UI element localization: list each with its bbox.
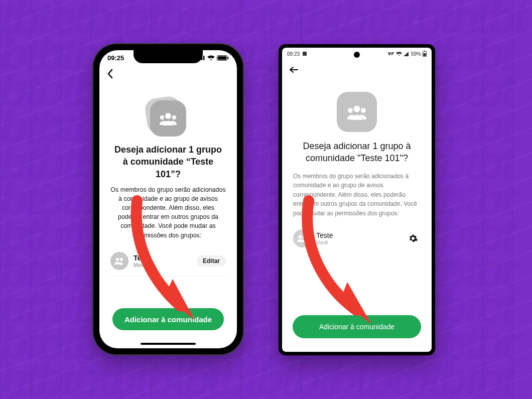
- svg-point-20: [303, 235, 306, 238]
- android-content: Deseja adicionar 1 grupo à comunidade "T…: [282, 80, 432, 249]
- group-icon: [114, 257, 125, 265]
- chevron-left-icon: [107, 69, 113, 79]
- svg-point-19: [299, 235, 302, 238]
- edit-button[interactable]: Editar: [197, 255, 226, 267]
- add-to-community-button[interactable]: Adicionar à comunidade: [293, 315, 421, 338]
- confirmation-title: Deseja adicionar 1 grupo à comunidade “T…: [111, 144, 225, 180]
- svg-point-10: [116, 257, 119, 260]
- iphone-frame: 09:25: [93, 44, 243, 354]
- gear-icon: [409, 234, 418, 243]
- svg-point-16: [354, 106, 360, 112]
- confirmation-description: Os membros do grupo serão adicionados à …: [293, 172, 421, 218]
- group-texts: Teste Membros:: [134, 254, 192, 268]
- wifi-icon: [396, 52, 402, 56]
- group-name: Teste: [316, 231, 401, 239]
- wifi-icon: [207, 55, 215, 61]
- cellular-signal-icon: [404, 52, 409, 56]
- add-to-community-button[interactable]: Adicionar à comunidade: [112, 308, 224, 330]
- svg-point-9: [172, 115, 176, 119]
- svg-point-18: [361, 108, 366, 113]
- svg-point-17: [348, 108, 353, 113]
- confirmation-title: Deseja adicionar 1 grupo à comunidade "T…: [295, 140, 419, 165]
- iphone-screen: 09:25: [99, 50, 237, 348]
- group-subtitle: Membros:: [134, 262, 192, 268]
- community-icon: [337, 92, 377, 132]
- battery-icon: [423, 51, 427, 57]
- battery-icon: [217, 55, 229, 61]
- group-row: Teste Você: [293, 227, 421, 249]
- svg-point-11: [120, 257, 123, 260]
- home-indicator: [141, 343, 196, 345]
- group-row: Teste Membros: Editar: [109, 248, 227, 277]
- group-avatar: [293, 229, 311, 247]
- android-footer: Adicionar à comunidade: [286, 315, 428, 348]
- cta-label: Adicionar à comunidade: [319, 323, 394, 331]
- notification-icon: [303, 51, 307, 57]
- group-name: Teste: [134, 254, 192, 262]
- confirmation-description: Os membros do grupo serão adicionados à …: [110, 185, 226, 240]
- android-camera-cutout: [354, 52, 360, 58]
- svg-rect-6: [228, 57, 229, 59]
- ios-nav: [99, 65, 237, 82]
- svg-rect-15: [424, 53, 426, 56]
- back-button[interactable]: [285, 61, 302, 78]
- ios-status-time: 09:25: [107, 54, 124, 62]
- back-button[interactable]: [102, 66, 117, 81]
- ios-footer: Adicionar à comunidade: [105, 308, 231, 342]
- group-icon: [158, 111, 178, 125]
- group-subtitle: Você: [316, 239, 401, 245]
- android-screen: 09:23 59%: [282, 48, 432, 352]
- svg-point-8: [160, 115, 164, 119]
- arrow-left-icon: [289, 66, 298, 73]
- group-avatar: [110, 252, 128, 270]
- group-icon: [345, 104, 368, 120]
- vowifi-icon: [387, 52, 394, 56]
- svg-point-7: [165, 113, 171, 119]
- group-texts: Teste Você: [316, 231, 401, 245]
- community-icon: [150, 100, 186, 137]
- svg-rect-3: [203, 56, 205, 60]
- ios-content: Deseja adicionar 1 grupo à comunidade “T…: [99, 82, 237, 277]
- group-settings-button[interactable]: [406, 231, 421, 246]
- iphone-notch: [134, 50, 203, 63]
- svg-rect-12: [303, 52, 307, 56]
- stage: 09:25: [0, 0, 532, 399]
- android-frame: 09:23 59%: [279, 44, 435, 355]
- svg-rect-5: [218, 56, 226, 60]
- cta-label: Adicionar à comunidade: [124, 315, 212, 324]
- android-nav: [282, 60, 432, 80]
- android-status-time: 09:23: [287, 51, 300, 57]
- group-icon: [297, 234, 308, 242]
- battery-percent: 59%: [410, 51, 421, 57]
